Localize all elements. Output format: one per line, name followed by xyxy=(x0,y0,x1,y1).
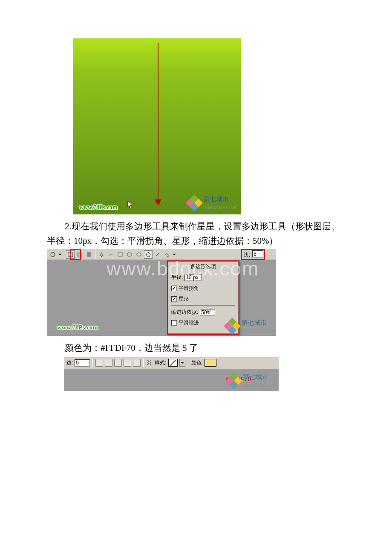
watermark-th7-cn: 第七城市 xyxy=(203,194,236,204)
radius-label: 半径: xyxy=(171,273,183,281)
pathop-add-icon[interactable] xyxy=(105,359,112,367)
smooth-indent-checkbox[interactable] xyxy=(171,320,177,326)
svg-rect-6 xyxy=(127,253,132,256)
watermark-th7: 第七城市 WWW.TH7.CN xyxy=(226,318,274,335)
pen-tool-icon[interactable] xyxy=(97,250,106,259)
freeform-pen-icon[interactable] xyxy=(107,250,115,259)
paths-button[interactable] xyxy=(75,250,84,259)
geometry-options-dropdown[interactable] xyxy=(172,250,176,259)
indent-label: 缩进边依据: xyxy=(171,308,198,316)
svg-rect-1 xyxy=(68,252,72,257)
watermark-78ps: www.78Ps.com xyxy=(79,203,117,212)
th7-logo-icon xyxy=(228,374,240,387)
sides-input[interactable] xyxy=(252,250,263,257)
color-note-text: 颜色为：#FFDF70，边当然是 5 了 xyxy=(47,341,345,356)
figure-polygon-options: 边: 多边形选项 半径: 平滑拐角 星形 缩进边依据: xyxy=(47,249,276,336)
sides-label: 边: xyxy=(66,359,73,367)
pathop-exclude-icon[interactable] xyxy=(133,359,141,367)
shape-preset-dropdown[interactable] xyxy=(58,250,62,259)
pathop-subtract-icon[interactable] xyxy=(114,359,122,367)
toolbar-separator xyxy=(64,250,64,259)
svg-marker-8 xyxy=(146,252,150,257)
rectangle-tool-icon[interactable] xyxy=(116,250,124,259)
watermark-78ps: www.78Ps.com xyxy=(57,322,98,332)
star-checkbox[interactable] xyxy=(171,296,177,302)
watermark-th7: 第七城市 WWW.TH7.CN xyxy=(228,372,276,390)
custom-shape-tool-icon[interactable] xyxy=(163,250,171,259)
toolbar-separator xyxy=(95,250,95,259)
radius-input[interactable] xyxy=(184,274,202,281)
svg-rect-4 xyxy=(87,252,91,257)
th7-logo-icon xyxy=(226,320,239,332)
style-swatch[interactable] xyxy=(168,359,178,367)
watermark-th7-cn: 第七城市 xyxy=(243,372,276,382)
smooth-indent-label: 平滑缩进 xyxy=(179,319,199,327)
sides-input[interactable] xyxy=(75,359,90,367)
svg-rect-5 xyxy=(118,253,122,256)
watermark-th7-en: WWW.TH7.CN xyxy=(203,204,236,212)
polygon-tool-icon[interactable] xyxy=(144,250,153,259)
cursor-icon xyxy=(127,200,133,208)
options-bar: 边: ⛓ 样式: 颜色: xyxy=(64,357,279,369)
svg-line-9 xyxy=(156,253,159,256)
watermark-th7-en: WWW.TH7.CN xyxy=(243,382,276,390)
fill-pixels-button[interactable] xyxy=(85,250,93,259)
color-label: 颜色: xyxy=(191,359,203,367)
style-label: 样式: xyxy=(155,359,166,367)
figure-color-bar: 边: ⛓ 样式: 颜色: #FFDF70 第七城市 WWW.TH7.CN xyxy=(64,357,279,391)
smooth-corners-checkbox[interactable] xyxy=(171,286,177,291)
pathop-new-icon[interactable] xyxy=(95,359,103,367)
th7-logo-icon xyxy=(188,197,201,209)
color-swatch[interactable] xyxy=(205,359,216,367)
ellipse-tool-icon[interactable] xyxy=(135,250,143,259)
figure-green-gradient: www.78Ps.com 第七城市 WWW.TH7.CN xyxy=(73,38,241,214)
step-2-text: 2.现在我们使用多边形工具来制作星星，设置多边形工具（形状图层、半径：10px，… xyxy=(47,220,345,248)
star-label: 星形 xyxy=(179,295,189,303)
options-toolbar xyxy=(47,249,276,260)
gradient-arrow-head-icon xyxy=(155,199,161,205)
svg-point-7 xyxy=(137,253,141,256)
watermark-th7-text: 第七城市 WWW.TH7.CN xyxy=(203,194,236,212)
gradient-arrow-line xyxy=(158,43,159,200)
style-dropdown[interactable] xyxy=(179,359,185,367)
svg-point-0 xyxy=(51,252,55,257)
watermark-th7: 第七城市 WWW.TH7.CN xyxy=(188,194,236,212)
watermark-th7-en: WWW.TH7.CN xyxy=(241,328,274,335)
pathop-intersect-icon[interactable] xyxy=(124,359,131,367)
sides-label: 边: xyxy=(244,251,250,259)
shape-layers-button[interactable] xyxy=(66,250,75,259)
shape-preset-icon[interactable] xyxy=(49,250,57,259)
toolbar-separator xyxy=(143,358,144,367)
popup-title: 多边形选项 xyxy=(168,261,239,272)
line-tool-icon[interactable] xyxy=(153,250,162,259)
svg-rect-3 xyxy=(78,253,81,256)
toolbar-separator xyxy=(92,358,93,367)
smooth-corners-label: 平滑拐角 xyxy=(179,284,199,292)
watermark-th7-cn: 第七城市 xyxy=(241,318,274,328)
indent-input[interactable] xyxy=(200,309,215,316)
link-icon[interactable]: ⛓ xyxy=(146,359,153,367)
rounded-rectangle-tool-icon[interactable] xyxy=(125,250,134,259)
